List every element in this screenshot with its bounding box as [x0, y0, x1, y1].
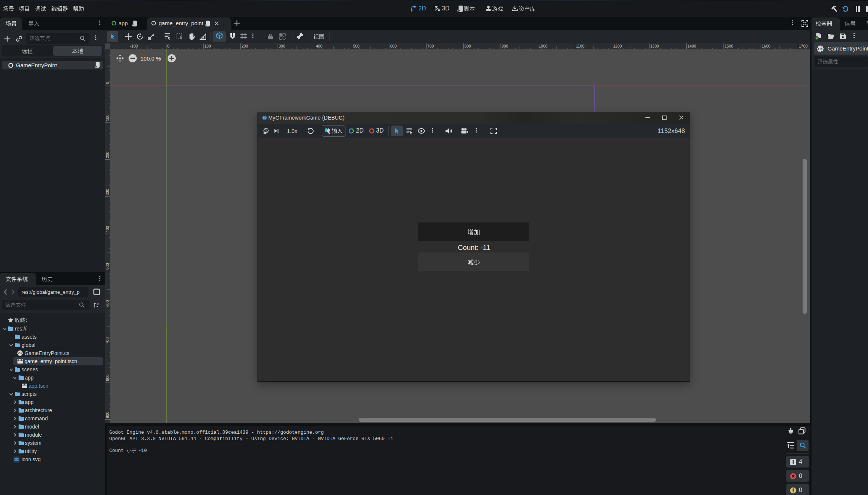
svg-text:C#: C#: [18, 352, 22, 355]
svg-text:0: 0: [105, 82, 110, 84]
svg-text:900: 900: [105, 411, 110, 418]
svg-text:400: 400: [105, 226, 110, 232]
svg-text:200: 200: [105, 152, 110, 158]
svg-text:700: 700: [105, 337, 110, 344]
svg-text:500: 500: [105, 263, 110, 270]
svg-text:600: 600: [105, 300, 110, 307]
svg-text:300: 300: [105, 189, 110, 195]
svg-text:100: 100: [105, 114, 110, 121]
svg-text:C#: C#: [818, 47, 823, 51]
svg-text:800: 800: [105, 374, 110, 381]
